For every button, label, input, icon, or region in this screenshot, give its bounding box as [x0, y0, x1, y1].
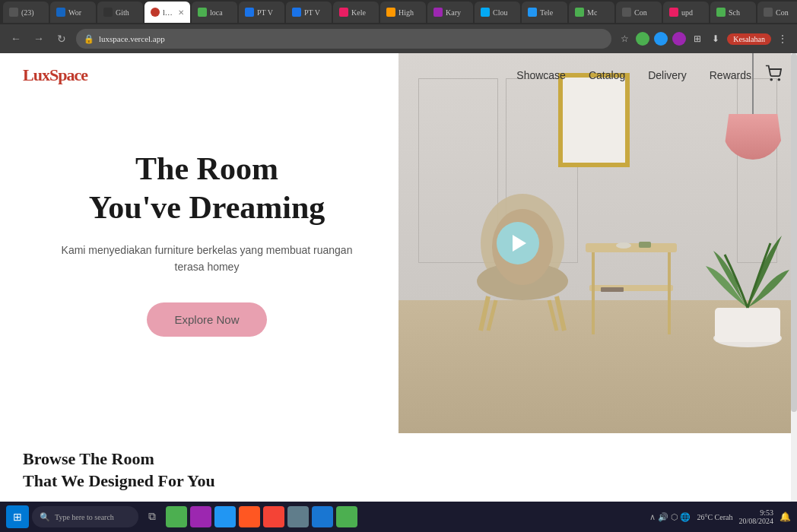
bookmark-icon[interactable]: ☆: [618, 32, 631, 46]
tab-favicon: [245, 8, 254, 17]
taskview-button[interactable]: ⧉: [141, 506, 163, 527]
puzzle-icon[interactable]: ⊞: [691, 32, 704, 46]
tab-cloud[interactable]: Clou: [475, 2, 520, 23]
hero-section: The Room You've Dreaming Kami menyediaka…: [0, 53, 797, 433]
tab-favicon: [669, 8, 678, 17]
notification-icon[interactable]: 🔔: [780, 511, 791, 523]
taskbar-search-text: Type here to search: [55, 513, 114, 521]
tab-favicon: [764, 8, 773, 17]
section-title: Browse The Room That We Designed For You: [23, 448, 774, 492]
lamp-shade: [722, 114, 783, 160]
tab-sch[interactable]: Sch: [710, 2, 756, 23]
scrollbar[interactable]: [791, 53, 797, 502]
cart-icon[interactable]: [765, 65, 782, 86]
app-icon-2[interactable]: [190, 506, 211, 527]
tab-label: Con: [634, 8, 647, 17]
app-icon-6[interactable]: [287, 506, 309, 527]
taskbar-right: ∧ 🔊 ⬡ 🌐 26°C Cerah 9:53 20/08/2024 🔔: [649, 508, 791, 525]
app-icon-5[interactable]: [263, 506, 284, 527]
tab-con2[interactable]: Con: [757, 2, 797, 23]
tab-close-icon[interactable]: ✕: [178, 8, 184, 17]
tab-favicon: [292, 8, 301, 17]
tab-bar: (23) Wor Gith luxs: ✕ loca PT V PT V: [0, 0, 797, 24]
lower-section: Browse The Room That We Designed For You: [0, 433, 797, 507]
logo-lux: Lux: [23, 65, 49, 84]
ext-icon-1[interactable]: [636, 32, 649, 46]
nav-delivery[interactable]: Delivery: [648, 69, 687, 81]
tab-workspaces[interactable]: (23): [3, 2, 49, 23]
tab-favicon: [575, 8, 584, 17]
nav-catalog[interactable]: Catalog: [589, 69, 625, 81]
play-icon: [513, 235, 526, 252]
svg-rect-9: [586, 243, 677, 252]
tab-github[interactable]: Gith: [97, 2, 143, 23]
side-table-svg: [578, 239, 684, 338]
svg-line-6: [557, 296, 564, 331]
tab-ptv2[interactable]: PT V: [286, 2, 332, 23]
app-icon-8[interactable]: [336, 506, 357, 527]
hero-right: [398, 53, 797, 433]
tab-high[interactable]: High: [380, 2, 426, 23]
tab-label: Gith: [116, 8, 129, 17]
tab-local[interactable]: loca: [192, 2, 237, 23]
app-icon-7[interactable]: [312, 506, 333, 527]
taskbar-search[interactable]: 🔍 Type here to search: [32, 506, 138, 527]
tab-ptv1[interactable]: PT V: [239, 2, 284, 23]
refresh-button[interactable]: ↻: [53, 30, 70, 47]
start-button[interactable]: ⊞: [6, 505, 29, 528]
tab-label: Mc: [587, 8, 597, 17]
logo-space: Space: [49, 65, 87, 84]
svg-point-1: [778, 79, 780, 81]
lock-icon: 🔒: [84, 34, 94, 44]
download-icon[interactable]: ⬇: [709, 32, 722, 46]
nav-links: Showcase Catalog Delivery Rewards: [516, 69, 751, 81]
tab-favicon: [622, 8, 631, 17]
tab-label: luxs:: [163, 8, 175, 17]
browser-chrome: (23) Wor Gith luxs: ✕ loca PT V PT V: [0, 0, 797, 53]
tab-favicon: [151, 8, 160, 17]
tab-favicon: [56, 8, 65, 17]
tab-label: High: [398, 8, 414, 17]
clock: 9:53 20/08/2024: [738, 508, 773, 525]
tab-favicon: [481, 8, 490, 17]
tab-con1[interactable]: Con: [616, 2, 662, 23]
svg-rect-16: [601, 287, 624, 292]
tab-mc[interactable]: Mc: [569, 2, 614, 23]
tab-label: loca: [210, 8, 223, 17]
tab-favicon: [339, 8, 348, 17]
svg-point-0: [770, 79, 772, 81]
tab-word[interactable]: Wor: [50, 2, 96, 23]
tab-luxspace[interactable]: luxs: ✕: [144, 2, 190, 23]
scrollbar-thumb[interactable]: [791, 53, 797, 412]
profile-button[interactable]: Kesalahan: [727, 33, 771, 45]
explore-button[interactable]: Explore Now: [147, 302, 266, 337]
search-icon: 🔍: [40, 512, 50, 522]
menu-icon[interactable]: ⋮: [776, 32, 789, 46]
tab-label: Con: [776, 8, 789, 17]
tab-favicon: [103, 8, 113, 17]
forward-button[interactable]: →: [30, 30, 47, 47]
room-scene: [398, 53, 797, 433]
tab-upd[interactable]: upd: [663, 2, 709, 23]
ext-icon-2[interactable]: [654, 32, 668, 46]
site-navigation: LuxSpace Showcase Catalog Delivery Rewar…: [0, 53, 797, 97]
svg-rect-18: [715, 308, 780, 342]
svg-line-5: [481, 296, 488, 331]
address-bar[interactable]: 🔒 luxspace.vercel.app: [76, 29, 611, 49]
tab-favicon: [386, 8, 395, 17]
temperature: 26°C Cerah: [697, 513, 732, 521]
app-icon-3[interactable]: [214, 506, 236, 527]
nav-showcase[interactable]: Showcase: [516, 69, 566, 81]
svg-rect-15: [639, 242, 651, 248]
play-button[interactable]: [497, 222, 539, 264]
ext-icon-3[interactable]: [672, 32, 686, 46]
tab-favicon: [9, 8, 18, 17]
app-icon-1[interactable]: [166, 506, 187, 527]
app-icon-4[interactable]: [239, 506, 260, 527]
tab-kary[interactable]: Kary: [427, 2, 473, 23]
tab-kele[interactable]: Kele: [333, 2, 379, 23]
back-button[interactable]: ←: [8, 30, 24, 47]
tab-tele[interactable]: Tele: [522, 2, 567, 23]
nav-rewards[interactable]: Rewards: [710, 69, 751, 81]
tab-label: Tele: [540, 8, 553, 17]
